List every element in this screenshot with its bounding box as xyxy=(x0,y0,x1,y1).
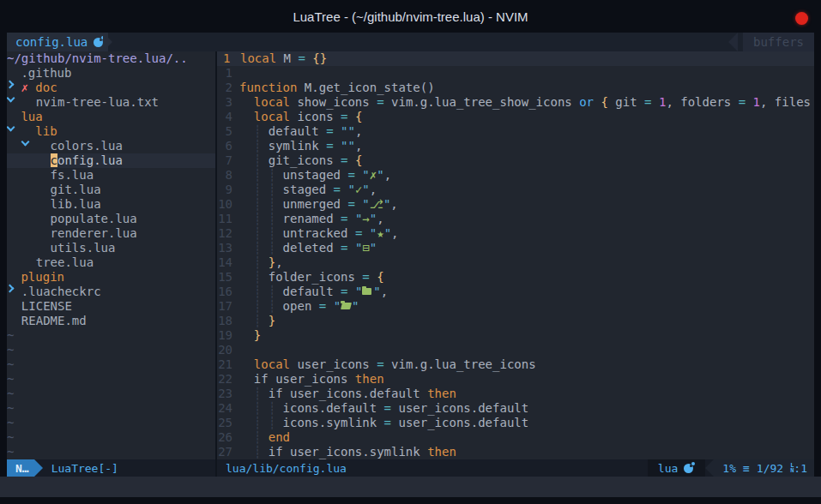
tree-item[interactable]: colors.lua xyxy=(7,139,215,153)
empty-line-tilde: ~ xyxy=(7,372,14,386)
tree-item[interactable]: git.lua xyxy=(7,183,215,197)
tree-item[interactable]: lua xyxy=(7,110,215,124)
buffers-label[interactable]: buffers xyxy=(743,33,814,51)
code-line[interactable]: 12 ┊ ┊ untracked = "★", xyxy=(217,226,814,241)
tree-item[interactable]: nvim-tree-lua.txt xyxy=(7,95,215,110)
window-button-red[interactable] xyxy=(795,12,808,25)
tree-statusline: N… LuaTree[-] xyxy=(7,459,215,477)
empty-line: ~ xyxy=(7,387,215,401)
lua-logo-icon xyxy=(94,38,103,47)
tree-item[interactable]: lib.lua xyxy=(7,197,215,212)
tree-item[interactable]: renderer.lua xyxy=(7,226,215,241)
line-number: 19 xyxy=(217,328,239,343)
tree-item[interactable]: fs.lua xyxy=(7,168,215,183)
code-line[interactable]: 18 ┊ } xyxy=(217,314,814,328)
empty-line: ~ xyxy=(7,328,215,343)
tree-item[interactable]: .github xyxy=(7,66,215,81)
line-number: 12 xyxy=(217,226,239,241)
tab-label: config.lua xyxy=(15,35,88,49)
window-frame xyxy=(0,497,821,504)
tree-item[interactable]: plugin xyxy=(7,270,215,285)
code-line[interactable]: 20 xyxy=(217,343,814,357)
main-statusline: lua/lib/config.lua lua 1% ≡ 1/92 LN:1 xyxy=(217,459,814,477)
code-line[interactable]: 22 if user_icons then xyxy=(217,372,814,387)
tabline: config.lua buffers xyxy=(7,33,814,51)
empty-line: ~ xyxy=(7,416,215,430)
line-number: 17 xyxy=(217,299,239,314)
code-line[interactable]: 19 } xyxy=(217,328,814,343)
block-cursor: c xyxy=(51,153,57,167)
code-line[interactable]: 26 ┊ end xyxy=(217,430,814,445)
tree-item[interactable]: populate.lua xyxy=(7,212,215,226)
position-segment: 1% ≡ 1/92 LN:1 xyxy=(714,459,814,477)
tree-item[interactable]: config.lua xyxy=(7,153,215,168)
code-line[interactable]: 16 ┊ ┊ default = "", xyxy=(217,285,814,299)
code-line[interactable]: 23 ┊ if user_icons.default then xyxy=(217,387,814,401)
tree-item[interactable]: tree.lua xyxy=(7,255,215,270)
tree-item[interactable]: ✗ doc xyxy=(7,81,215,95)
line-number: 22 xyxy=(217,372,239,387)
code-line[interactable]: 5 ┊ default = "", xyxy=(217,124,814,139)
tree-item[interactable]: .luacheckrc xyxy=(7,285,215,299)
window-title: LuaTree - (~/github/nvim-tree.lua) - NVI… xyxy=(293,9,528,24)
code-line[interactable]: 9 ┊ ┊ staged = "✓", xyxy=(217,183,814,197)
line-number: 9 xyxy=(217,183,239,197)
scroll-percent: 1% xyxy=(722,462,736,475)
line-number: 20 xyxy=(217,343,239,357)
filetype-label: lua xyxy=(658,462,678,475)
code-line[interactable]: 15 ┊ folder_icons = { xyxy=(217,270,814,285)
tree-item[interactable]: utils.lua xyxy=(7,241,215,255)
empty-line: ~ xyxy=(7,343,215,357)
line-number: 24 xyxy=(217,401,239,416)
titlebar: LuaTree - (~/github/nvim-tree.lua) - NVI… xyxy=(0,0,821,33)
code-line[interactable]: 3 local show_icons = vim.g.lua_tree_show… xyxy=(217,95,814,110)
tab-separator-icon xyxy=(103,33,112,51)
lines-icon: ≡ xyxy=(743,462,750,475)
line-number: 18 xyxy=(217,314,239,328)
line-number: 1 xyxy=(217,66,239,81)
line-number: 26 xyxy=(217,430,239,445)
line-number: 25 xyxy=(217,416,239,430)
empty-line-tilde: ~ xyxy=(7,328,14,342)
empty-line-tilde: ~ xyxy=(7,387,14,400)
empty-line-tilde: ~ xyxy=(7,401,14,415)
code-line[interactable]: 21 local user_icons = vim.g.lua_tree_ico… xyxy=(217,357,814,372)
tree-item[interactable]: LICENSE xyxy=(7,299,215,314)
code-line[interactable]: 1 xyxy=(217,66,814,81)
empty-line-tilde: ~ xyxy=(7,416,14,429)
tree-item[interactable]: lib xyxy=(7,124,215,139)
line-number: 23 xyxy=(217,387,239,401)
powerline-arrow-icon xyxy=(34,459,43,477)
filetype-segment: lua xyxy=(648,459,705,477)
plugin-name: LuaTree[-] xyxy=(51,462,118,475)
folder-open-icon xyxy=(341,301,352,310)
code-line[interactable]: 27 ┊ if user_icons.symlink then xyxy=(217,445,814,459)
tree-item[interactable]: ~/github/nvim-tree.lua/.. xyxy=(7,51,215,66)
line-number: 6 xyxy=(217,139,239,153)
code-line[interactable]: 2function M.get_icon_state() xyxy=(217,81,814,95)
tree-item[interactable]: README.md xyxy=(7,314,215,328)
code-line[interactable]: 11 ┊ ┊ renamed = "→", xyxy=(217,212,814,226)
code-line[interactable]: 14 ┊ }, xyxy=(217,255,814,270)
nvim-window: LuaTree - (~/github/nvim-tree.lua) - NVI… xyxy=(0,0,821,504)
code-line[interactable]: 10 ┊ ┊ unmerged = "⎇", xyxy=(217,197,814,212)
code-line[interactable]: 24 ┊ ┊ icons.default = user_icons.defaul… xyxy=(217,401,814,416)
line-number: 27 xyxy=(217,445,239,459)
code-line[interactable]: 25 ┊ ┊ icons.symlink = user_icons.defaul… xyxy=(217,416,814,430)
line-number: 5 xyxy=(217,124,239,139)
code-line[interactable]: 6 ┊ symlink = "", xyxy=(217,139,814,153)
code-line[interactable]: 1local M = {} xyxy=(217,51,814,66)
line-number: 10 xyxy=(217,197,239,212)
line-number: 2 xyxy=(217,81,239,95)
code-line[interactable]: 7 ┊ git_icons = { xyxy=(217,153,814,168)
line-number: 3 xyxy=(217,95,239,110)
line-number: 15 xyxy=(217,270,239,285)
code-line[interactable]: 13 ┊ ┊ deleted = "⊟" xyxy=(217,241,814,255)
line-number: 8 xyxy=(217,168,239,183)
code-line[interactable]: 17 ┊ ┊ open = "" xyxy=(217,299,814,314)
tab-config-lua[interactable]: config.lua xyxy=(7,33,108,51)
line-number: 11 xyxy=(217,212,239,226)
code-line[interactable]: 8 ┊ ┊ unstaged = "✗", xyxy=(217,168,814,183)
command-line[interactable] xyxy=(0,477,821,497)
code-line[interactable]: 4 local icons = { xyxy=(217,110,814,124)
